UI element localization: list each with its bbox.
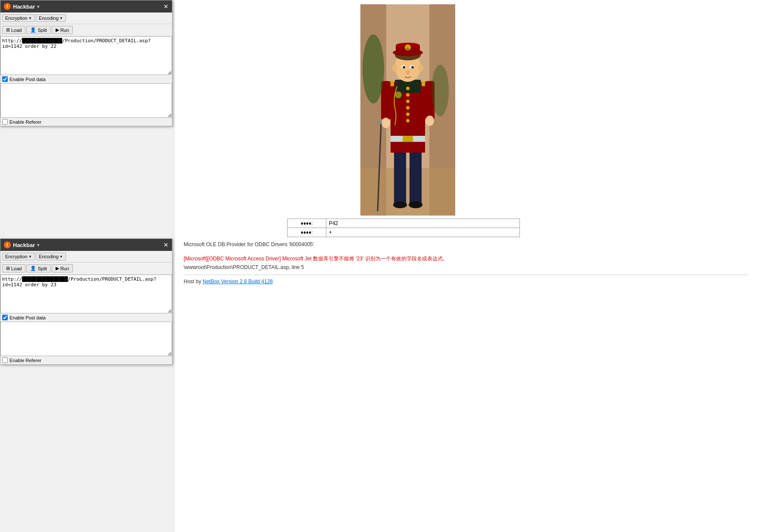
hackbar-close-bottom[interactable]: ✕ [163, 241, 169, 248]
run-button-bottom[interactable]: ▶ Run [52, 264, 73, 272]
svg-point-8 [406, 93, 410, 97]
hackbar-header-bottom: f Hackbar ▾ ✕ [0, 239, 172, 251]
table-value-1: P42 [326, 219, 519, 228]
enable-post-checkbox-bottom[interactable] [2, 315, 8, 320]
error-line-2: [Microsoft][ODBC Microsoft Access Driver… [184, 255, 748, 263]
svg-point-28 [418, 65, 423, 72]
product-table: ♦♦♦♦: P42 ♦♦♦♦: + [287, 219, 520, 237]
table-row: ♦♦♦♦: P42 [288, 219, 520, 228]
hackbar-header-top: f Hackbar ▾ ✕ [0, 0, 172, 13]
hackbar-toolbar-top: Encryption Encoding [0, 13, 172, 24]
split-icon-bottom: 👤 [30, 266, 36, 271]
hackbar-panel-bottom: f Hackbar ▾ ✕ Encryption Encoding ⊞ Load… [0, 238, 172, 365]
svg-rect-15 [391, 142, 425, 153]
enable-post-label-top: Enable Post data [0, 75, 172, 83]
svg-rect-14 [403, 136, 413, 142]
run-icon-bottom: ▶ [56, 266, 59, 271]
post-textarea-wrapper-top [0, 83, 172, 118]
enable-referer-checkbox-top[interactable] [2, 119, 8, 125]
encryption-dropdown-bottom[interactable]: Encryption [2, 253, 35, 260]
url-input-bottom[interactable]: http://████████████████/Production/PRODU… [0, 275, 172, 313]
split-button-top[interactable]: 👤 Split [26, 26, 50, 34]
host-by-text: Host by NetBox Version 2.8 Build 4128 [184, 279, 748, 285]
post-textarea-wrapper-bottom [0, 322, 172, 356]
table-label-1: ♦♦♦♦: [288, 219, 326, 228]
svg-rect-22 [394, 153, 406, 204]
svg-point-25 [409, 201, 422, 208]
svg-point-9 [406, 100, 410, 103]
svg-point-12 [406, 119, 410, 122]
encoding-dropdown-top[interactable]: Encoding [36, 14, 66, 22]
svg-rect-4 [360, 168, 455, 216]
run-icon-top: ▶ [56, 27, 59, 33]
url-textarea-wrapper-bottom: http://████████████████/Production/PRODU… [0, 275, 172, 313]
svg-point-38 [411, 66, 414, 69]
svg-rect-43 [377, 122, 382, 124]
hackbar-toolbar-bottom: Encryption Encoding [0, 251, 172, 263]
svg-point-37 [403, 66, 405, 69]
soldier-image [360, 4, 455, 216]
hackbar-dropdown-icon-bottom[interactable]: ▾ [37, 243, 39, 247]
enable-referer-label-top: Enable Referer [0, 118, 172, 126]
load-button-top[interactable]: ⊞ Load [2, 26, 25, 34]
load-icon-bottom: ⊞ [6, 266, 10, 271]
netbox-link[interactable]: NetBox Version 2.8 Build 4128 [203, 279, 273, 285]
svg-rect-23 [410, 153, 422, 204]
url-textarea-wrapper-top: http://██████████████/Production/PRODUCT… [0, 36, 172, 75]
table-row: ♦♦♦♦: + [288, 228, 520, 237]
error-line-3: \wwwroot\Production\PRODUCT_DETAIL.asp, … [184, 264, 748, 270]
error-area: Microsoft OLE DB Provider for ODBC Drive… [175, 237, 757, 289]
main-content: ♦♦♦♦: P42 ♦♦♦♦: + Microsoft OLE DB Provi… [175, 0, 757, 532]
encryption-dropdown-top[interactable]: Encryption [2, 14, 35, 22]
svg-point-11 [406, 113, 410, 116]
split-button-bottom[interactable]: 👤 Split [26, 264, 50, 272]
table-label-2: ♦♦♦♦: [288, 228, 326, 237]
run-button-top[interactable]: ▶ Run [52, 26, 73, 34]
error-line-1: Microsoft OLE DB Provider for ODBC Drive… [184, 241, 748, 247]
hackbar-title-text-top: Hackbar [13, 3, 35, 10]
url-input-top[interactable]: http://██████████████/Production/PRODUCT… [0, 36, 172, 75]
load-icon-top: ⊞ [6, 27, 10, 33]
hackbar-dropdown-icon-top[interactable]: ▾ [37, 4, 39, 9]
svg-point-44 [363, 34, 384, 103]
enable-referer-label-bottom: Enable Referer [0, 356, 172, 364]
svg-point-10 [406, 106, 410, 110]
product-image-container [360, 4, 455, 216]
svg-point-27 [392, 65, 397, 72]
split-icon-top: 👤 [30, 27, 36, 33]
hackbar-panel-top: f Hackbar ▾ ✕ Encryption Encoding ⊞ Load… [0, 0, 172, 126]
btn-row-bottom: ⊞ Load 👤 Split ▶ Run [0, 263, 172, 275]
svg-point-20 [382, 118, 390, 128]
svg-point-41 [395, 91, 402, 98]
load-button-bottom[interactable]: ⊞ Load [2, 264, 25, 272]
svg-point-21 [425, 116, 434, 126]
hackbar-close-top[interactable]: ✕ [163, 3, 169, 10]
hackbar-logo-top: f [4, 3, 11, 10]
svg-point-45 [432, 65, 449, 116]
hackbar-title-top: f Hackbar ▾ [4, 3, 39, 10]
btn-row-top: ⊞ Load 👤 Split ▶ Run [0, 24, 172, 36]
post-input-bottom[interactable] [0, 322, 172, 356]
post-input-top[interactable] [0, 83, 172, 118]
enable-post-label-bottom: Enable Post data [0, 313, 172, 322]
table-value-2: + [326, 228, 519, 237]
hackbar-logo-bottom: f [4, 241, 11, 248]
svg-point-24 [393, 201, 407, 208]
hackbar-title-text-bottom: Hackbar [13, 242, 35, 248]
svg-point-39 [406, 70, 410, 75]
svg-point-7 [406, 87, 410, 90]
hackbar-title-bottom: f Hackbar ▾ [4, 241, 39, 248]
enable-referer-checkbox-bottom[interactable] [2, 357, 8, 363]
encoding-dropdown-bottom[interactable]: Encoding [36, 253, 66, 260]
error-divider [184, 275, 748, 275]
enable-post-checkbox-top[interactable] [2, 76, 8, 82]
